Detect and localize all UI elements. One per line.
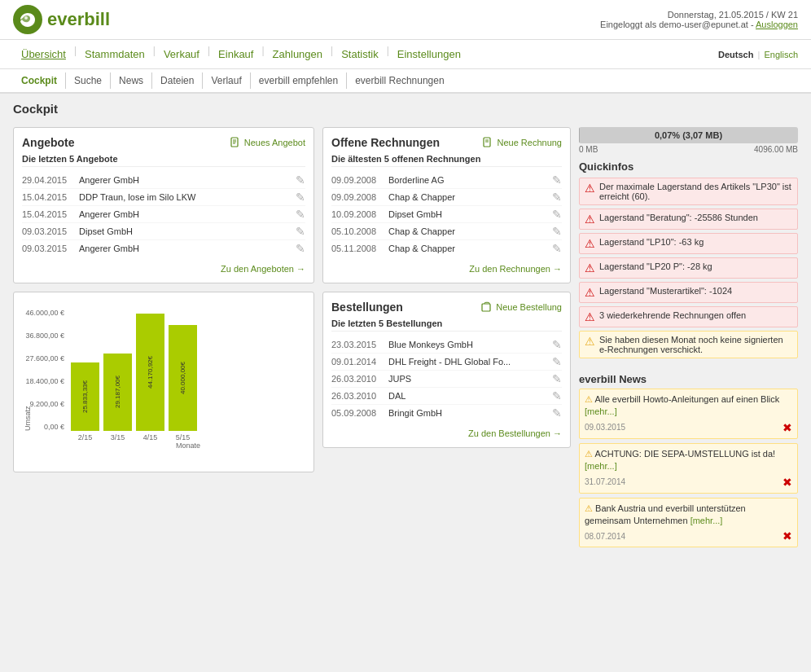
chart-outer: 46.000,00 € 36.800,00 € 27.600,00 € 18.4… [22,301,305,463]
edit-icon[interactable]: ✎ [552,191,562,204]
x-labels-row: 2/153/154/155/15 [22,433,305,441]
lang-english[interactable]: Englisch [764,50,798,59]
edit-icon[interactable]: ✎ [552,389,562,402]
rechnung-row[interactable]: 05.10.2008Chap & Chapper✎ [331,223,562,240]
edit-icon[interactable]: ✎ [296,191,305,204]
angebote-row[interactable]: 29.04.2015Angerer GmbH✎ [22,172,305,189]
offene-rechnungen-footer: Zu den Rechnungen → [331,263,562,275]
sub-nav-suche[interactable]: Suche [66,72,111,89]
x-axis-label: 2/15 [71,433,99,441]
news-close-button[interactable]: ✖ [783,476,792,489]
quickinfo-item: ⚠Lagerstand "Musterartikel": -1024 [579,282,798,303]
angebote-row[interactable]: 09.03.2015Dipset GmbH✎ [22,223,305,240]
error-icon: ⚠ [585,237,595,250]
logo-area: everbill [13,5,110,34]
warning-icon: ⚠ [585,335,595,348]
lang-deutsch[interactable]: Deutsch [718,50,753,59]
angebote-row[interactable]: 15.04.2015DDP Traun, lose im Silo LKW✎ [22,189,305,206]
y-label-3: 27.600,00 € [22,354,64,362]
edit-icon[interactable]: ✎ [552,372,562,385]
chart-bar[interactable]: 29.187,00€ [103,354,132,431]
error-icon: ⚠ [585,182,595,195]
angebote-footer: Zu den Angeboten → [22,263,305,275]
news-title: everbill News [579,373,798,385]
bestellung-row[interactable]: 26.03.2010DAL✎ [331,388,562,405]
news-more-link[interactable]: [mehr...] [585,406,617,416]
main-nav: Übersicht| Stammdaten| Verkauf| Einkauf|… [0,40,811,69]
chart-bar-col: 29.187,00€ [103,309,132,431]
edit-icon[interactable]: ✎ [552,225,562,238]
sub-nav-dateien[interactable]: Dateien [152,72,203,89]
x-axis-label: 3/15 [103,433,132,441]
nav-zahlungen[interactable]: Zahlungen [265,45,331,64]
main-nav-links: Übersicht| Stammdaten| Verkauf| Einkauf|… [13,45,469,64]
storage-bar: 0,07% (3,07 MB) [579,127,798,143]
edit-icon[interactable]: ✎ [552,338,562,351]
logout-link[interactable]: Ausloggen [756,20,798,29]
chart-bar[interactable]: 44.170,92€ [136,314,164,431]
offene-rechnungen-footer-link[interactable]: Zu den Rechnungen → [469,264,562,274]
middle-column: Offene Rechnungen Neue Rechnung Die älte… [322,127,571,551]
sub-nav-news[interactable]: News [111,72,152,89]
rechnung-row[interactable]: 09.09.2008Chap & Chapper✎ [331,189,562,206]
sub-nav-cockpit[interactable]: Cockpit [13,72,66,89]
new-bestellung-button[interactable]: Neue Bestellung [481,301,562,313]
news-more-link[interactable]: [mehr...] [690,516,723,525]
angebote-row[interactable]: 15.04.2015Angerer GmbH✎ [22,206,305,223]
bestellung-row[interactable]: 09.01.2014DHL Freight - DHL Global Fo...… [331,354,562,371]
x-axis-label: 5/15 [169,433,197,441]
chart-bar[interactable]: 40.000,00€ [169,325,197,431]
sub-nav-empfehlen[interactable]: everbill empfehlen [251,72,347,89]
error-icon: ⚠ [585,213,595,226]
y-label-1: 46.000,00 € [22,309,64,317]
nav-stammdaten[interactable]: Stammdaten [77,45,153,64]
edit-icon[interactable]: ✎ [296,225,305,238]
news-more-link[interactable]: [mehr...] [585,461,617,471]
nav-einstellungen[interactable]: Einstellungen [389,45,469,64]
bestellung-row[interactable]: 23.03.2015Blue Monkeys GmbH✎ [331,336,562,354]
y-label-2: 36.800,00 € [22,332,64,340]
rechnung-row[interactable]: 09.09.2008Borderline AG✎ [331,172,562,189]
news-item: ⚠ Bank Austria und everbill unterstützen… [579,498,798,548]
rechnung-row[interactable]: 10.09.2008Dipset GmbH✎ [331,206,562,223]
edit-icon[interactable]: ✎ [296,242,305,255]
offene-rechnungen-list: 09.09.2008Borderline AG✎09.09.2008Chap &… [331,172,562,257]
angebote-list: 29.04.2015Angerer GmbH✎15.04.2015DDP Tra… [22,172,305,257]
chart-bar[interactable]: 25.833,33€ [71,362,99,431]
angebote-row[interactable]: 09.03.2015Angerer GmbH✎ [22,240,305,257]
page-title: Cockpit [13,102,798,116]
bestellungen-footer-link[interactable]: Zu den Bestellungen → [468,428,562,438]
new-rechnung-button[interactable]: Neue Rechnung [482,137,562,148]
storage-bar-label: 0,07% (3,07 MB) [579,127,798,143]
news-close-button[interactable]: ✖ [783,529,792,542]
edit-icon[interactable]: ✎ [552,173,562,187]
sub-nav-rechnungen[interactable]: everbill Rechnungen [347,72,452,89]
rechnung-row[interactable]: 05.11.2008Chap & Chapper✎ [331,240,562,257]
nav-statistik[interactable]: Statistik [333,45,387,64]
angebote-footer-link[interactable]: Zu den Angeboten → [221,264,305,274]
bar-value-label: 44.170,92€ [147,356,154,389]
bestellung-row[interactable]: 26.03.2010JUPS✎ [331,371,562,388]
angebote-header: Angebote Neues Angebot [22,136,305,149]
edit-icon[interactable]: ✎ [552,406,562,419]
quickinfos-title: Quickinfos [579,160,798,173]
edit-icon[interactable]: ✎ [552,208,562,221]
nav-uebersicht[interactable]: Übersicht [13,45,74,64]
edit-icon[interactable]: ✎ [296,208,305,221]
edit-icon[interactable]: ✎ [552,242,562,255]
nav-verkauf[interactable]: Verkauf [156,45,208,64]
edit-icon[interactable]: ✎ [296,173,305,187]
svg-rect-9 [482,304,490,311]
error-icon: ⚠ [585,286,595,299]
new-angebot-button[interactable]: Neues Angebot [230,137,305,148]
bestellung-row[interactable]: 05.09.2008Bringit GmbH✎ [331,405,562,421]
nav-einkauf[interactable]: Einkauf [210,45,261,64]
chart-bar-col: 44.170,92€ [136,309,164,431]
news-close-button[interactable]: ✖ [783,421,792,434]
offene-rechnungen-section-title: Die ältesten 5 offenen Rechnungen [331,154,562,167]
bar-value-label: 29.187,00€ [114,376,121,408]
content: Angebote Neues Angebot Die letzten 5 Ang… [0,121,811,558]
quickinfo-item: ⚠3 wiederkehrende Rechnungen offen [579,306,798,327]
edit-icon[interactable]: ✎ [552,355,562,368]
sub-nav-verlauf[interactable]: Verlauf [203,72,250,89]
